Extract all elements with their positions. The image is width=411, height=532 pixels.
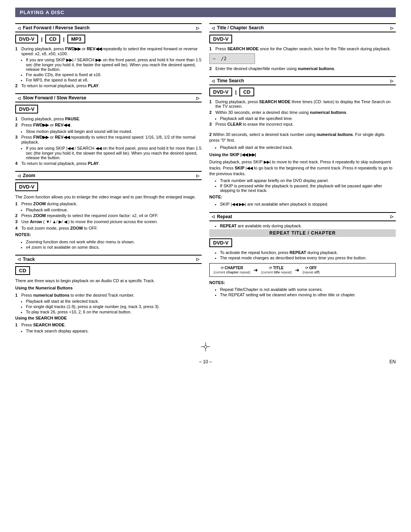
page-header: PLAYING A DISC [15, 8, 396, 17]
track-section: Track CD There are three ways to begin p… [15, 255, 202, 333]
repeat-flow: ⟳ CHAPTER (current chapter repeat) ➜ ⟳ T… [209, 263, 396, 277]
display-preview: — /2 [209, 53, 255, 64]
track-sub1: Using the Numerical Buttons [15, 285, 202, 291]
title-chapter-content: 1 Press SEARCH MODE once for the Chapter… [209, 46, 396, 71]
badge-dvdv-ts: DVD-V [209, 88, 232, 96]
time-search-badges: DVD-V | CD [209, 88, 396, 96]
fast-forward-content: 1 During playback, press FWD▶▶ or REV◀◀ … [15, 46, 202, 88]
language-label: EN [389, 359, 396, 364]
skip-text: During playback, press SKIP ▶▶| to move … [209, 159, 396, 177]
repeat-badges: DVD-V [209, 238, 396, 247]
title-chapter-badges: DVD-V [209, 35, 396, 43]
time-search-content: 1 During playback, press SEARCH MODE thr… [209, 99, 396, 126]
badge-dvdv-tc: DVD-V [209, 35, 232, 43]
title-chapter-section: Title / Chapter Search DVD-V 1 Press SEA… [209, 23, 396, 71]
track-header: Track [15, 255, 202, 264]
slow-forward-badges: DVD-V [15, 105, 202, 113]
page-number: – 10 – [199, 359, 212, 364]
skip-title: Using the SKIP |◀◀ ▶▶| [209, 152, 396, 158]
fast-forward-header: Fast Forward / Reverse Search [15, 23, 202, 32]
badge-dvdv-repeat: DVD-V [209, 238, 232, 247]
fast-forward-badges: DVD-V | CD | MP3 [15, 35, 202, 43]
slow-forward-content: 1 During playback, press PAUSE. 2 Press … [15, 117, 202, 166]
time-search-header: Time Search [209, 76, 396, 85]
repeat-section: Repeat REPEAT are available only during … [209, 212, 396, 297]
zoom-badges: DVD-V [15, 182, 202, 191]
track-sub2: Using the SEARCH MODE [15, 315, 202, 321]
page-footer: – 10 – EN [15, 359, 396, 364]
slow-forward-header: Slow Forward / Slow Reverse [15, 93, 202, 102]
title-chapter-header: Title / Chapter Search [209, 23, 396, 32]
badge-cd-track: CD [15, 266, 30, 275]
header-title: PLAYING A DISC [20, 10, 64, 15]
time-search-section: Time Search DVD-V | CD 1 During playback… [209, 76, 396, 126]
badge-cd-ts: CD [239, 88, 254, 96]
zoom-section: Zoom DVD-V The Zoom function allows you … [15, 171, 202, 249]
zoom-header: Zoom [15, 171, 202, 180]
fast-forward-section: Fast Forward / Reverse Search DVD-V | CD… [15, 23, 202, 88]
zoom-content: 1 Press ZOOM during playback. Playback w… [15, 201, 202, 249]
badge-dvdv-slow: DVD-V [15, 105, 38, 113]
slow-forward-section: Slow Forward / Slow Reverse DVD-V 1 Duri… [15, 93, 202, 166]
badge-mp3: MP3 [67, 35, 85, 43]
track-badges: CD [15, 266, 202, 275]
badge-cd: CD [45, 35, 60, 43]
badge-dvdv-zoom: DVD-V [15, 182, 38, 191]
repeat-header: Repeat [209, 212, 396, 221]
crosshair-divider [15, 342, 396, 351]
badge-dvdv: DVD-V [15, 35, 38, 43]
repeat-title-box: REPEAT TITLE / CHAPTER [209, 229, 396, 237]
zoom-intro: The Zoom function allows you to enlarge … [15, 194, 202, 200]
track-intro: There are three ways to begin playback o… [15, 278, 202, 284]
fast-forward-bullets: If you are using SKIP ▶▶| / SEARCH ▶▶ on… [20, 58, 202, 82]
track-right-section: 2 Within 30 seconds, select a desired tr… [209, 132, 396, 207]
